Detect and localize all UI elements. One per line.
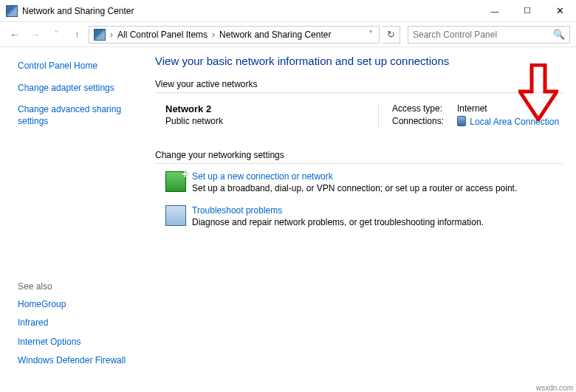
connections-label: Connections:: [392, 116, 457, 127]
up-button[interactable]: ↑: [68, 26, 86, 44]
setup-connection-desc: Set up a broadband, dial-up, or VPN conn…: [192, 183, 517, 193]
network-type: Public network: [165, 116, 378, 126]
navigation-bar: ← → ˅ ↑ › All Control Panel Items › Netw…: [0, 22, 576, 47]
sidebar-advanced-sharing[interactable]: Change advanced sharing settings: [18, 104, 121, 126]
search-input[interactable]: [411, 29, 566, 41]
change-settings-heading: Change your networking settings: [155, 150, 563, 164]
network-name: Network 2: [165, 103, 378, 114]
troubleshoot-desc: Diagnose and repair network problems, or…: [192, 217, 484, 227]
breadcrumb-current[interactable]: Network and Sharing Center: [216, 30, 334, 40]
content-body: Control Panel Home Change adapter settin…: [0, 47, 576, 382]
watermark: wsxdn.com: [536, 384, 573, 392]
sidebar: Control Panel Home Change adapter settin…: [0, 47, 148, 382]
page-heading: View your basic network information and …: [155, 55, 563, 67]
see-also-infrared[interactable]: Infrared: [18, 317, 48, 328]
maximize-button[interactable]: ☐: [511, 0, 544, 22]
ethernet-icon: [457, 116, 466, 126]
address-bar[interactable]: › All Control Panel Items › Network and …: [89, 26, 380, 44]
see-also-internet-options[interactable]: Internet Options: [18, 337, 80, 347]
troubleshoot-link[interactable]: Troubleshoot problems: [192, 205, 484, 216]
see-also-section: See also HomeGroup Infrared Internet Opt…: [18, 274, 140, 374]
access-type-value: Internet: [457, 103, 487, 114]
sidebar-change-adapter[interactable]: Change adapter settings: [18, 83, 114, 93]
see-also-heading: See also: [18, 281, 140, 292]
breadcrumb-all-items[interactable]: All Control Panel Items: [114, 30, 210, 40]
location-icon: [94, 29, 106, 41]
search-box[interactable]: 🔍: [408, 26, 570, 44]
see-also-homegroup[interactable]: HomeGroup: [18, 299, 66, 309]
window-title: Network and Sharing Center: [22, 6, 479, 16]
app-icon: [6, 5, 18, 17]
setup-connection-item: Set up a new connection or network Set u…: [165, 171, 563, 193]
window-controls: — ☐ ✕: [479, 0, 576, 22]
sidebar-control-panel-home[interactable]: Control Panel Home: [18, 61, 97, 71]
refresh-button[interactable]: ↻: [383, 26, 400, 44]
close-button[interactable]: ✕: [544, 0, 576, 22]
troubleshoot-item: Troubleshoot problems Diagnose and repai…: [165, 205, 563, 227]
network-details: Access type: Internet Connections: Local…: [378, 103, 563, 129]
setup-connection-link[interactable]: Set up a new connection or network: [192, 171, 517, 182]
active-networks: Network 2 Public network Access type: In…: [165, 103, 563, 129]
main-panel: View your basic network information and …: [148, 47, 576, 382]
back-button[interactable]: ←: [6, 26, 24, 44]
network-identity: Network 2 Public network: [165, 103, 378, 129]
see-also-firewall[interactable]: Windows Defender Firewall: [18, 355, 126, 365]
recent-locations-button[interactable]: ˅: [47, 26, 65, 44]
access-type-label: Access type:: [392, 103, 457, 114]
connection-link[interactable]: Local Area Connection: [470, 117, 559, 127]
troubleshoot-icon: [165, 205, 186, 226]
title-bar: Network and Sharing Center — ☐ ✕: [0, 0, 576, 22]
active-networks-heading: View your active networks: [155, 79, 563, 93]
breadcrumb-chevron-icon[interactable]: ›: [109, 30, 114, 40]
forward-button[interactable]: →: [27, 26, 44, 44]
address-dropdown-icon[interactable]: ˅: [364, 30, 377, 40]
search-icon[interactable]: 🔍: [553, 29, 565, 40]
breadcrumb-chevron-icon[interactable]: ›: [210, 30, 216, 40]
minimize-button[interactable]: —: [479, 0, 511, 22]
setup-connection-icon: [165, 171, 186, 192]
